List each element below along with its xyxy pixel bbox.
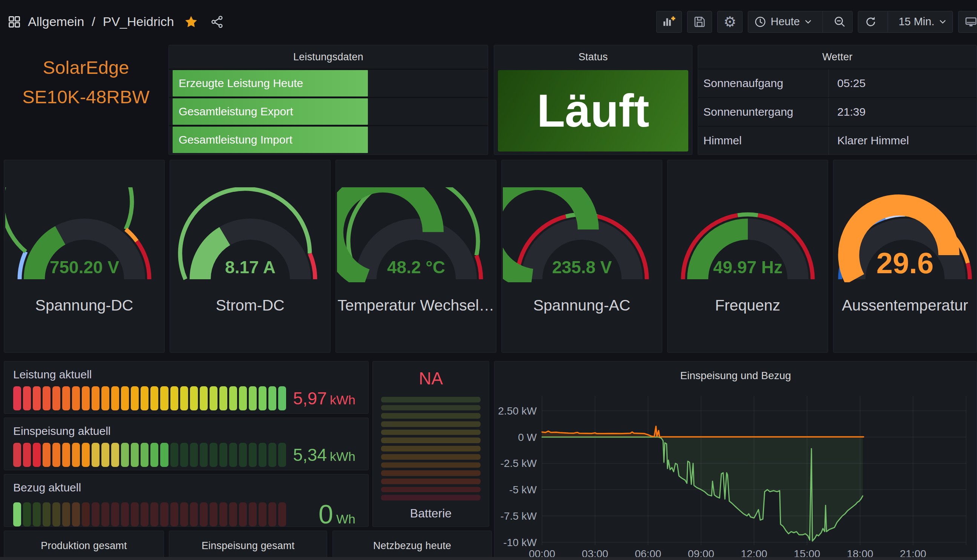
refresh-interval-segment[interactable]: 15 Min. xyxy=(892,11,952,32)
favorite-star-icon[interactable] xyxy=(184,15,198,29)
panel-einspeisung-und-bezug: Einspeisung und Bezug 2.50 kW0 W-2.5 kW-… xyxy=(494,361,977,560)
share-icon[interactable] xyxy=(210,15,224,28)
battery-value: NA xyxy=(381,368,480,388)
bar-gauge-title: Einspeisung aktuell xyxy=(13,425,359,438)
bar-gauge-unit: Wh xyxy=(336,512,355,526)
leistungsdaten-chip[interactable]: Gesamtleistung Import xyxy=(173,127,368,153)
save-dashboard-button[interactable] xyxy=(687,11,712,33)
led-cell xyxy=(33,502,41,527)
chart-title[interactable]: Einspeisung und Bezug xyxy=(495,370,977,382)
svg-text:-2.5 kW: -2.5 kW xyxy=(500,457,537,469)
gauge-label: Spannung-AC xyxy=(534,297,630,314)
led-cell xyxy=(102,502,109,527)
battery-bar xyxy=(381,495,480,500)
bar-gauge-value: 5,34kWh xyxy=(293,445,355,465)
breadcrumb: Allgemein / PV_Heidrich xyxy=(8,14,224,29)
led-cell xyxy=(239,386,247,410)
led-cell xyxy=(141,443,148,467)
dashboard-toolbar: ⚙ Heute xyxy=(656,11,977,33)
panel-title[interactable]: Netzbezug heute xyxy=(333,531,492,560)
time-range-segment[interactable]: Heute xyxy=(748,11,818,32)
led-cell xyxy=(82,502,90,527)
refresh-button[interactable] xyxy=(858,11,883,32)
leistungsdaten-row: Gesamtleistung Export xyxy=(169,97,488,125)
add-panel-button[interactable] xyxy=(656,11,682,33)
led-cell xyxy=(121,502,129,527)
panel-bezug-aktuell: Bezug aktuell0Wh xyxy=(4,474,368,527)
led-cell xyxy=(219,502,227,527)
device-line1: SolarEdge xyxy=(43,57,129,78)
led-cell xyxy=(13,386,21,410)
led-cell xyxy=(62,386,70,410)
led-cell xyxy=(150,386,158,410)
wetter-row: Sonnenuntergang 21:39 xyxy=(698,97,977,126)
apps-grid-icon[interactable] xyxy=(8,15,21,28)
led-cell xyxy=(23,443,31,467)
bar-gauge-unit: kWh xyxy=(330,449,355,463)
panel-title[interactable]: Produktion gesamt xyxy=(4,531,163,560)
panel-title[interactable]: Wetter xyxy=(698,45,977,68)
led-cell xyxy=(180,502,188,527)
refresh-picker[interactable]: 15 Min. xyxy=(858,11,953,33)
led-cell xyxy=(210,386,217,410)
panel-leistungsdaten: Leistungsdaten Erzeugte Leistung Heute G… xyxy=(168,45,488,155)
time-range-picker[interactable]: Heute xyxy=(748,11,853,33)
bar-gauge-row: 5,97kWh xyxy=(13,386,359,410)
bar-gauge-unit: kWh xyxy=(330,393,355,407)
leistungsdaten-chip[interactable]: Erzeugte Leistung Heute xyxy=(173,70,368,97)
led-cell xyxy=(229,443,237,467)
led-cell xyxy=(131,502,139,527)
led-cell xyxy=(92,386,100,410)
panel-device-name: SolarEdge SE10K-48RBW xyxy=(6,45,166,155)
gauge-value: 49.97 Hz xyxy=(713,257,782,277)
wetter-value: 21:39 xyxy=(829,98,977,126)
led-cell xyxy=(190,502,198,527)
breadcrumb-dashboard[interactable]: PV_Heidrich xyxy=(103,14,174,29)
battery-bar xyxy=(381,446,480,452)
battery-bars xyxy=(381,397,480,500)
leistungsdaten-row: Erzeugte Leistung Heute xyxy=(169,68,488,97)
panel-produktion-gesamt: Produktion gesamt xyxy=(4,531,164,560)
dashboard-settings-button[interactable]: ⚙ xyxy=(717,11,742,33)
leistungsdaten-chip[interactable]: Gesamtleistung Export xyxy=(173,98,368,125)
led-cell xyxy=(62,443,70,467)
chevron-down-icon xyxy=(939,19,947,25)
timeseries-chart[interactable]: 2.50 kW0 W-2.5 kW-5 kW-7.5 kW-10 kW00:00… xyxy=(495,362,977,560)
dashboard-header: Allgemein / PV_Heidrich xyxy=(0,0,977,43)
battery-bar xyxy=(381,430,480,435)
bar-gauge-row: 5,34kWh xyxy=(13,443,359,467)
wetter-row: Himmel Klarer Himmel xyxy=(698,126,977,155)
panel-gauge-frequenz: 49.97 HzFrequenz xyxy=(667,160,828,353)
tv-mode-button[interactable] xyxy=(958,11,977,33)
panel-title[interactable]: Status xyxy=(494,45,692,68)
battery-bar xyxy=(381,413,480,419)
led-cell xyxy=(249,502,257,527)
svg-text:-5 kW: -5 kW xyxy=(509,484,537,495)
panel-gauge-strom-dc: 8.17 AStrom-DC xyxy=(170,160,330,353)
chevron-down-icon xyxy=(804,19,812,25)
toolbar-divider xyxy=(822,11,823,32)
led-cell xyxy=(92,502,100,527)
led-cell xyxy=(190,443,198,467)
add-panel-icon xyxy=(662,15,676,28)
panel-title[interactable]: Leistungsdaten xyxy=(169,45,488,68)
led-cell xyxy=(62,502,70,527)
led-cell xyxy=(210,502,217,527)
gauge-label: Temperatur Wechsel… xyxy=(337,297,494,314)
breadcrumb-folder[interactable]: Allgemein xyxy=(28,14,84,29)
gauge-value: 48.2 °C xyxy=(387,257,445,277)
led-cell xyxy=(268,386,276,410)
led-cell xyxy=(278,443,286,467)
battery-bar xyxy=(381,438,480,443)
device-line2: SE10K-48RBW xyxy=(22,86,150,107)
panel-einspeisung-aktuell: Einspeisung aktuell5,34kWh xyxy=(4,418,368,470)
save-icon xyxy=(693,15,706,28)
wetter-label: Himmel xyxy=(698,127,829,155)
led-cell xyxy=(258,386,267,410)
panel-title[interactable]: Einspeisung gesamt xyxy=(169,531,327,560)
zoom-out-time-button[interactable] xyxy=(827,11,852,32)
bottom-scroll-strip[interactable] xyxy=(0,557,977,560)
gauge: 48.2 °C xyxy=(337,187,495,282)
monitor-icon xyxy=(964,15,977,28)
led-cell xyxy=(160,443,168,467)
